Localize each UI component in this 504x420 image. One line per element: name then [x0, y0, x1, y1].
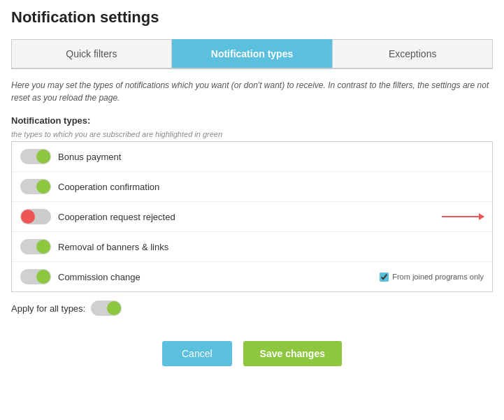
toggle-commission-change[interactable]	[20, 269, 51, 284]
toggle-removal-banners-links[interactable]	[20, 239, 51, 254]
cancel-button[interactable]: Cancel	[162, 341, 232, 366]
bonus-payment-label: Bonus payment	[58, 152, 484, 162]
subscribed-hint: the types to which you are subscribed ar…	[11, 130, 493, 138]
tab-quick-filters[interactable]: Quick filters	[11, 39, 172, 68]
page-wrapper: Notification settings Quick filters Noti…	[0, 0, 504, 380]
from-joined-programs-checkbox[interactable]	[380, 273, 389, 282]
apply-row: Apply for all types:	[11, 300, 493, 316]
cooperation-confirmation-label: Cooperation confirmation	[58, 182, 484, 192]
table-row: Cooperation confirmation	[12, 172, 492, 202]
removal-banners-links-label: Removal of banners & links	[58, 242, 484, 252]
commission-change-label: Commission change	[58, 272, 380, 282]
apply-all-label: Apply for all types:	[11, 303, 85, 314]
tab-notification-types[interactable]: Notification types	[172, 39, 333, 68]
table-row: Removal of banners & links	[12, 232, 492, 262]
toggle-bonus-payment[interactable]	[20, 149, 51, 164]
cooperation-request-rejected-label: Cooperation request rejected	[58, 212, 436, 222]
section-title: Notification types:	[11, 115, 493, 126]
arrow-indicator	[442, 216, 484, 217]
table-row: Bonus payment	[12, 142, 492, 172]
tabs-bar: Quick filters Notification types Excepti…	[11, 39, 493, 69]
table-row: Commission change From joined programs o…	[12, 262, 492, 291]
buttons-row: Cancel Save changes	[11, 341, 493, 366]
notification-list-container: Bonus payment Cooperation confirmation	[11, 141, 493, 292]
notification-list: Bonus payment Cooperation confirmation	[12, 142, 492, 291]
toggle-cooperation-confirmation[interactable]	[20, 179, 51, 194]
page-title: Notification settings	[11, 8, 493, 27]
from-joined-programs-wrap: From joined programs only	[380, 273, 484, 282]
from-joined-programs-label: From joined programs only	[392, 273, 484, 281]
tab-exceptions[interactable]: Exceptions	[332, 39, 493, 68]
toggle-cooperation-request-rejected[interactable]	[20, 209, 51, 224]
save-changes-button[interactable]: Save changes	[243, 341, 342, 366]
toggle-apply-all[interactable]	[91, 300, 122, 316]
description-text: Here you may set the types of notificati…	[11, 79, 493, 104]
table-row: Cooperation request rejected	[12, 202, 492, 232]
